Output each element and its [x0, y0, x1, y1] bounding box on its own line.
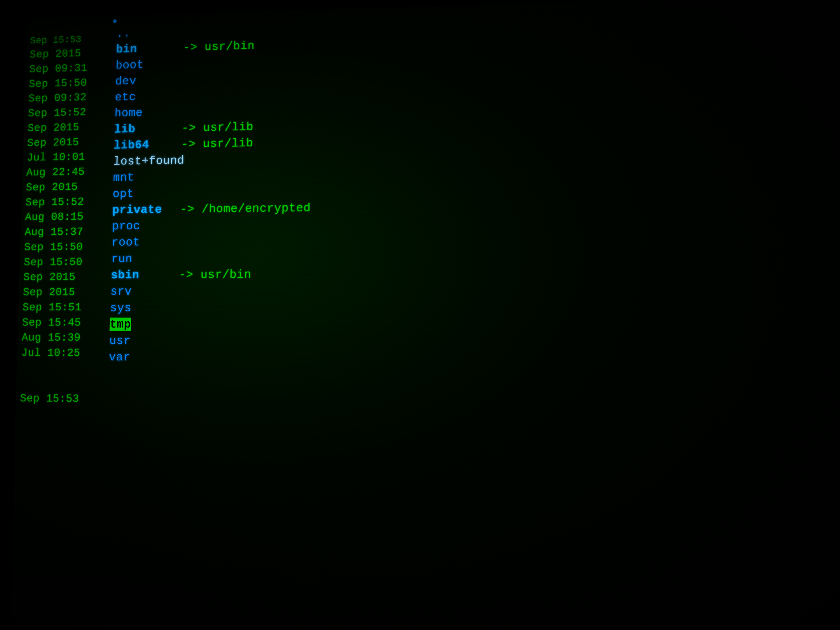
dir-entry-mnt: mnt [113, 169, 187, 186]
link-row-var [177, 349, 434, 368]
dir-entry-boot: boot [115, 56, 189, 74]
dir-entry-lost-found: lost+found [113, 152, 188, 170]
dir-entry-lib64: lib64 [114, 136, 188, 154]
list-item: Jul 10:25 [21, 346, 107, 361]
list-item: Sep 15:53 [30, 32, 114, 47]
link-row-srv [178, 283, 435, 300]
list-item: Sep 2015 [23, 270, 109, 285]
list-item: Aug 15:39 [22, 330, 107, 346]
list-item: Sep 15:45 [22, 315, 108, 330]
link-row-sys [178, 299, 434, 316]
dir-entry-etc: etc [115, 88, 189, 106]
list-item: Sep 15:51 [22, 300, 108, 315]
list-item: Sep 15:52 [25, 194, 111, 210]
link-row-private: -> /home/encrypted [180, 199, 435, 218]
list-item: Sep 2015 [27, 119, 112, 136]
list-item: Sep 15:50 [29, 75, 114, 92]
link-row-tmp [178, 316, 434, 333]
dir-entry-usr: usr [109, 333, 184, 349]
list-item: Sep 15:52 [28, 104, 113, 121]
link-row-opt [180, 182, 435, 201]
dir-entry-opt: opt [112, 185, 187, 202]
left-column: Sep 15:53 Sep 2015 Sep 09:31 Sep 15:50 S… [9, 16, 115, 625]
list-item: Sep 15:50 [24, 239, 110, 255]
link-row-run [179, 249, 435, 267]
dir-entry-run: run [111, 250, 186, 267]
list-item: Sep 15:53 [20, 391, 106, 407]
list-item: Aug 22:45 [26, 164, 111, 180]
list-item: Sep 2015 [27, 134, 112, 151]
dir-entry-lib: lib [114, 120, 188, 137]
list-item: Jul 10:01 [27, 149, 112, 166]
dir-entry-home: home [114, 104, 188, 122]
dir-entry-srv: srv [110, 283, 185, 300]
list-item: Sep 2015 [29, 45, 114, 62]
dir-entry-proc: proc [112, 218, 186, 234]
dir-entry-dotdot: .. [116, 24, 189, 42]
list-item: Sep 09:31 [29, 60, 114, 77]
list-item: Aug 08:15 [25, 209, 111, 225]
link-row-sbin: -> usr/bin [178, 265, 434, 283]
dir-entry-sys: sys [110, 300, 185, 316]
dir-entry-root: root [111, 234, 186, 251]
list-item: Sep 2015 [26, 179, 111, 195]
list-item: Sep 2015 [23, 285, 109, 300]
dir-entry-sbin: sbin [111, 267, 185, 283]
dir-entry-bin: bin [116, 40, 189, 58]
list-item [20, 376, 106, 392]
terminal-screen: Sep 15:53 Sep 2015 Sep 09:31 Sep 15:50 S… [9, 0, 840, 630]
dir-entry-tmp: tmp [109, 316, 185, 333]
list-item: Sep 15:50 [24, 254, 109, 270]
list-item [21, 361, 107, 376]
dir-entry-private: private [112, 201, 186, 218]
dir-entry-var: var [109, 349, 184, 366]
right-column: -> usr/bin -> usr/lib -> usr/lib -> /hom… [172, 6, 436, 630]
link-row-proc [180, 215, 435, 234]
link-row-usr [178, 333, 434, 351]
list-item: Sep 09:32 [28, 90, 113, 106]
link-row-root [179, 232, 435, 250]
dir-entry-dev: dev [115, 72, 189, 90]
list-item: Aug 15:37 [25, 224, 110, 240]
